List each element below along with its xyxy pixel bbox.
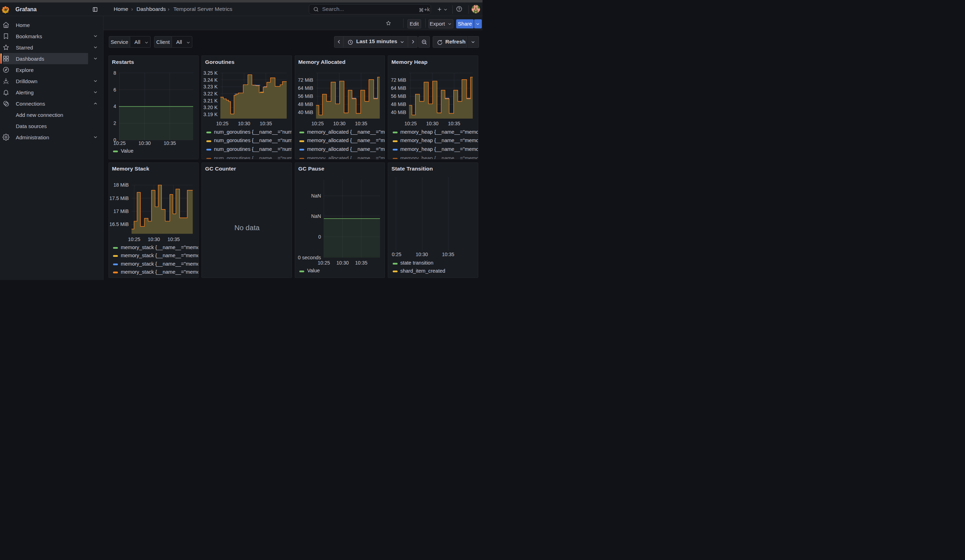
svg-text:0: 0 xyxy=(318,234,321,240)
svg-text:3.20 K: 3.20 K xyxy=(203,104,218,110)
svg-text:10:30: 10:30 xyxy=(147,236,160,242)
svg-text:64 MiB: 64 MiB xyxy=(298,85,313,91)
svg-text:10:25: 10:25 xyxy=(405,121,417,126)
svg-text:10:25: 10:25 xyxy=(317,260,330,265)
svg-text:10:30: 10:30 xyxy=(416,251,428,257)
svg-text:10:25: 10:25 xyxy=(113,140,126,146)
svg-text:6: 6 xyxy=(113,87,116,93)
svg-text:3.23 K: 3.23 K xyxy=(203,84,218,90)
svg-text:40 MiB: 40 MiB xyxy=(298,110,313,116)
svg-text:72 MiB: 72 MiB xyxy=(391,77,406,83)
svg-text:10:35: 10:35 xyxy=(442,251,455,257)
svg-text:3.19 K: 3.19 K xyxy=(203,112,218,117)
svg-text:10:25: 10:25 xyxy=(311,121,324,126)
svg-text:10:30: 10:30 xyxy=(238,121,250,126)
svg-text:10:25: 10:25 xyxy=(128,236,140,242)
svg-text:56 MiB: 56 MiB xyxy=(298,93,313,99)
svg-text:4: 4 xyxy=(113,104,116,109)
svg-text:10:35: 10:35 xyxy=(260,121,272,126)
svg-text:NaN: NaN xyxy=(311,213,321,219)
svg-text:10:35: 10:35 xyxy=(355,260,367,265)
svg-text:10:30: 10:30 xyxy=(138,140,150,146)
svg-text:17 MiB: 17 MiB xyxy=(113,208,129,214)
svg-text:56 MiB: 56 MiB xyxy=(391,93,406,99)
svg-text:18 MiB: 18 MiB xyxy=(113,182,129,188)
svg-text:3.25 K: 3.25 K xyxy=(203,70,218,76)
svg-text:8: 8 xyxy=(113,70,116,76)
svg-text:10:35: 10:35 xyxy=(355,121,367,126)
svg-text:16.5 MiB: 16.5 MiB xyxy=(109,221,128,227)
svg-text:48 MiB: 48 MiB xyxy=(391,101,406,107)
svg-text:64 MiB: 64 MiB xyxy=(391,85,406,91)
svg-text:10:30: 10:30 xyxy=(336,260,348,265)
svg-text:3.21 K: 3.21 K xyxy=(203,98,218,103)
svg-text:72 MiB: 72 MiB xyxy=(298,77,313,83)
svg-text:3.22 K: 3.22 K xyxy=(203,91,218,96)
svg-text:2: 2 xyxy=(113,120,116,126)
svg-text:10:25: 10:25 xyxy=(216,121,229,126)
svg-text:10:35: 10:35 xyxy=(448,121,460,126)
svg-text:10:30: 10:30 xyxy=(333,121,345,126)
svg-text:3.24 K: 3.24 K xyxy=(203,77,218,83)
svg-text:0:25: 0:25 xyxy=(392,251,401,257)
svg-text:10:35: 10:35 xyxy=(167,236,180,242)
svg-text:48 MiB: 48 MiB xyxy=(298,101,313,107)
svg-text:10:35: 10:35 xyxy=(164,140,176,146)
svg-text:40 MiB: 40 MiB xyxy=(391,110,406,116)
svg-text:NaN: NaN xyxy=(311,193,321,199)
svg-text:10:30: 10:30 xyxy=(426,121,438,126)
svg-text:17.5 MiB: 17.5 MiB xyxy=(109,196,128,201)
